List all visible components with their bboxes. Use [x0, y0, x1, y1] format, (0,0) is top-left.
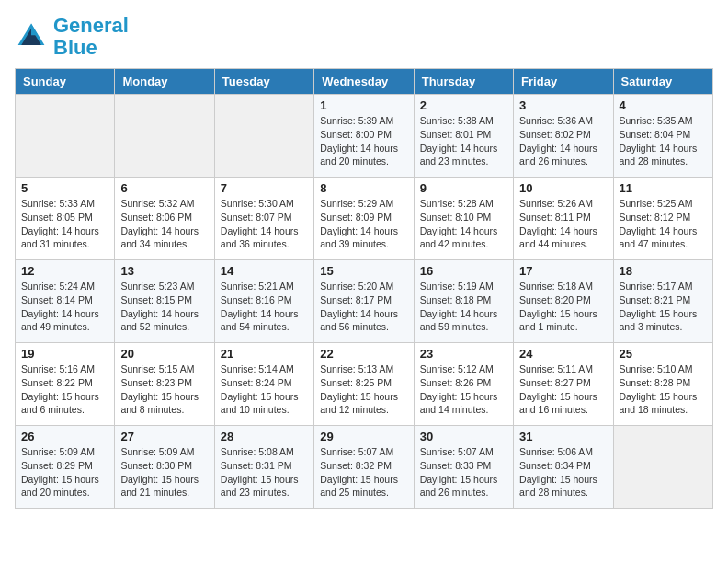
week-row-1: 1Sunrise: 5:39 AMSunset: 8:00 PMDaylight…	[16, 95, 713, 178]
week-row-2: 5Sunrise: 5:33 AMSunset: 8:05 PMDaylight…	[16, 178, 713, 260]
day-info: Sunrise: 5:35 AMSunset: 8:04 PMDaylight:…	[620, 114, 707, 168]
day-cell: 25Sunrise: 5:10 AMSunset: 8:28 PMDayligh…	[613, 343, 712, 426]
week-row-4: 19Sunrise: 5:16 AMSunset: 8:22 PMDayligh…	[16, 343, 713, 426]
day-number: 19	[21, 347, 108, 361]
day-number: 12	[21, 264, 108, 278]
day-cell: 4Sunrise: 5:35 AMSunset: 8:04 PMDaylight…	[613, 95, 712, 178]
day-number: 14	[221, 264, 308, 278]
day-number: 13	[120, 264, 208, 278]
day-info: Sunrise: 5:25 AMSunset: 8:12 PMDaylight:…	[620, 197, 707, 251]
day-info: Sunrise: 5:14 AMSunset: 8:24 PMDaylight:…	[221, 362, 308, 417]
day-cell: 17Sunrise: 5:18 AMSunset: 8:20 PMDayligh…	[514, 260, 613, 343]
day-info: Sunrise: 5:07 AMSunset: 8:33 PMDaylight:…	[420, 445, 507, 500]
day-number: 25	[620, 347, 707, 361]
day-info: Sunrise: 5:32 AMSunset: 8:06 PMDaylight:…	[120, 197, 208, 251]
day-info: Sunrise: 5:11 AMSunset: 8:27 PMDaylight:…	[519, 362, 607, 417]
day-cell: 1Sunrise: 5:39 AMSunset: 8:00 PMDaylight…	[314, 95, 414, 178]
day-info: Sunrise: 5:23 AMSunset: 8:15 PMDaylight:…	[120, 280, 208, 334]
day-info: Sunrise: 5:28 AMSunset: 8:10 PMDaylight:…	[420, 197, 507, 251]
logo: General Blue	[15, 15, 129, 59]
day-number: 1	[320, 98, 407, 112]
day-number: 28	[221, 430, 308, 443]
weekday-saturday: Saturday	[613, 69, 712, 95]
day-number: 23	[420, 347, 507, 361]
weekday-monday: Monday	[115, 69, 214, 95]
day-number: 22	[320, 347, 407, 361]
day-cell: 3Sunrise: 5:36 AMSunset: 8:02 PMDaylight…	[514, 95, 613, 178]
week-row-5: 26Sunrise: 5:09 AMSunset: 8:29 PMDayligh…	[16, 426, 713, 509]
week-row-3: 12Sunrise: 5:24 AMSunset: 8:14 PMDayligh…	[16, 260, 713, 343]
day-number: 5	[21, 181, 108, 195]
day-number: 8	[320, 181, 407, 195]
day-cell: 15Sunrise: 5:20 AMSunset: 8:17 PMDayligh…	[314, 260, 414, 343]
day-cell: 28Sunrise: 5:08 AMSunset: 8:31 PMDayligh…	[214, 426, 313, 509]
day-info: Sunrise: 5:06 AMSunset: 8:34 PMDaylight:…	[519, 445, 607, 500]
day-number: 24	[519, 347, 607, 361]
weekday-sunday: Sunday	[16, 69, 115, 95]
day-cell	[214, 95, 313, 178]
day-cell: 30Sunrise: 5:07 AMSunset: 8:33 PMDayligh…	[414, 426, 513, 509]
day-info: Sunrise: 5:09 AMSunset: 8:30 PMDaylight:…	[120, 445, 208, 500]
day-cell: 8Sunrise: 5:29 AMSunset: 8:09 PMDaylight…	[314, 178, 414, 260]
day-info: Sunrise: 5:16 AMSunset: 8:22 PMDaylight:…	[21, 362, 108, 417]
day-info: Sunrise: 5:29 AMSunset: 8:09 PMDaylight:…	[320, 197, 407, 251]
day-number: 18	[620, 264, 707, 278]
day-info: Sunrise: 5:38 AMSunset: 8:01 PMDaylight:…	[420, 114, 507, 168]
day-info: Sunrise: 5:17 AMSunset: 8:21 PMDaylight:…	[620, 280, 707, 334]
day-info: Sunrise: 5:21 AMSunset: 8:16 PMDaylight:…	[221, 280, 308, 334]
day-number: 17	[519, 264, 607, 278]
day-cell: 10Sunrise: 5:26 AMSunset: 8:11 PMDayligh…	[514, 178, 613, 260]
day-number: 27	[120, 430, 208, 443]
day-info: Sunrise: 5:24 AMSunset: 8:14 PMDaylight:…	[21, 280, 108, 334]
day-info: Sunrise: 5:18 AMSunset: 8:20 PMDaylight:…	[519, 280, 607, 334]
day-number: 3	[519, 98, 607, 112]
day-number: 15	[320, 264, 407, 278]
logo-text: General Blue	[53, 15, 129, 59]
day-cell: 12Sunrise: 5:24 AMSunset: 8:14 PMDayligh…	[16, 260, 115, 343]
day-cell: 18Sunrise: 5:17 AMSunset: 8:21 PMDayligh…	[613, 260, 712, 343]
day-cell: 6Sunrise: 5:32 AMSunset: 8:06 PMDaylight…	[115, 178, 214, 260]
day-info: Sunrise: 5:09 AMSunset: 8:29 PMDaylight:…	[21, 445, 108, 500]
day-cell	[115, 95, 214, 178]
day-info: Sunrise: 5:10 AMSunset: 8:28 PMDaylight:…	[620, 362, 707, 417]
day-cell	[613, 426, 712, 509]
day-cell: 9Sunrise: 5:28 AMSunset: 8:10 PMDaylight…	[414, 178, 513, 260]
day-cell: 24Sunrise: 5:11 AMSunset: 8:27 PMDayligh…	[514, 343, 613, 426]
day-cell: 13Sunrise: 5:23 AMSunset: 8:15 PMDayligh…	[115, 260, 214, 343]
day-cell: 29Sunrise: 5:07 AMSunset: 8:32 PMDayligh…	[314, 426, 414, 509]
day-cell	[16, 95, 115, 178]
page-header: General Blue	[15, 15, 713, 59]
day-number: 30	[420, 430, 507, 443]
weekday-friday: Friday	[514, 69, 613, 95]
day-info: Sunrise: 5:36 AMSunset: 8:02 PMDaylight:…	[519, 114, 607, 168]
day-cell: 22Sunrise: 5:13 AMSunset: 8:25 PMDayligh…	[314, 343, 414, 426]
day-info: Sunrise: 5:30 AMSunset: 8:07 PMDaylight:…	[221, 197, 308, 251]
day-cell: 26Sunrise: 5:09 AMSunset: 8:29 PMDayligh…	[16, 426, 115, 509]
day-number: 2	[420, 98, 507, 112]
weekday-tuesday: Tuesday	[214, 69, 313, 95]
day-info: Sunrise: 5:15 AMSunset: 8:23 PMDaylight:…	[120, 362, 208, 417]
day-cell: 16Sunrise: 5:19 AMSunset: 8:18 PMDayligh…	[414, 260, 513, 343]
day-cell: 11Sunrise: 5:25 AMSunset: 8:12 PMDayligh…	[613, 178, 712, 260]
weekday-header: SundayMondayTuesdayWednesdayThursdayFrid…	[16, 69, 713, 95]
day-info: Sunrise: 5:20 AMSunset: 8:17 PMDaylight:…	[320, 280, 407, 334]
day-info: Sunrise: 5:07 AMSunset: 8:32 PMDaylight:…	[320, 445, 407, 500]
day-cell: 19Sunrise: 5:16 AMSunset: 8:22 PMDayligh…	[16, 343, 115, 426]
day-cell: 2Sunrise: 5:38 AMSunset: 8:01 PMDaylight…	[414, 95, 513, 178]
day-info: Sunrise: 5:12 AMSunset: 8:26 PMDaylight:…	[420, 362, 507, 417]
day-number: 31	[519, 430, 607, 443]
weekday-wednesday: Wednesday	[314, 69, 414, 95]
day-number: 6	[120, 181, 208, 195]
calendar-body: 1Sunrise: 5:39 AMSunset: 8:00 PMDaylight…	[16, 95, 713, 509]
day-number: 9	[420, 181, 507, 195]
day-info: Sunrise: 5:26 AMSunset: 8:11 PMDaylight:…	[519, 197, 607, 251]
day-cell: 20Sunrise: 5:15 AMSunset: 8:23 PMDayligh…	[115, 343, 214, 426]
day-cell: 5Sunrise: 5:33 AMSunset: 8:05 PMDaylight…	[16, 178, 115, 260]
day-number: 21	[221, 347, 308, 361]
day-number: 4	[620, 98, 707, 112]
logo-icon	[15, 20, 48, 53]
day-number: 20	[120, 347, 208, 361]
day-info: Sunrise: 5:39 AMSunset: 8:00 PMDaylight:…	[320, 114, 407, 168]
day-number: 26	[21, 430, 108, 443]
day-cell: 23Sunrise: 5:12 AMSunset: 8:26 PMDayligh…	[414, 343, 513, 426]
